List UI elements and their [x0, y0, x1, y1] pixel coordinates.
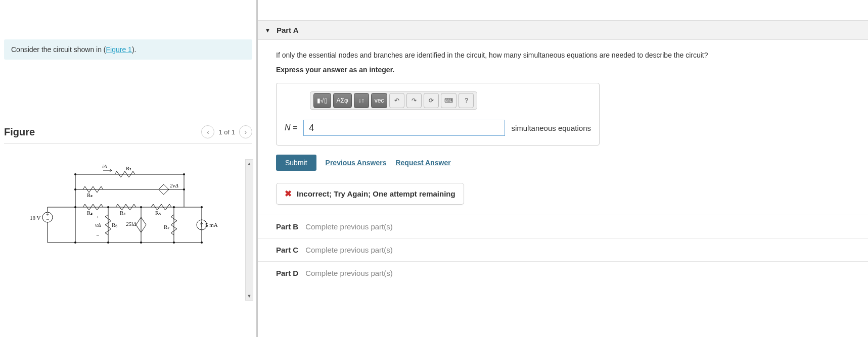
figure-scrollbar[interactable]: ▲ ▼ [245, 159, 253, 301]
answer-input[interactable] [303, 120, 505, 136]
feedback-text: Incorrect; Try Again; One attempt remain… [297, 189, 455, 198]
part-a-content: If only the essential nodes and branches… [258, 40, 868, 215]
previous-answers-link[interactable]: Previous Answers [326, 159, 387, 167]
svg-point-28 [173, 206, 175, 208]
part-d-label: Part D [276, 269, 298, 277]
figure-prev-button[interactable]: ‹ [201, 125, 214, 138]
submit-button[interactable]: Submit [276, 155, 316, 171]
label-vdelta: vΔ [95, 222, 101, 228]
part-d-row: Part D Complete previous part(s) [258, 261, 868, 284]
part-c-msg: Complete previous part(s) [305, 246, 393, 254]
answer-row: N = simultaneous equations [285, 120, 591, 136]
greek-button[interactable]: ΑΣφ [333, 93, 352, 108]
feedback-box: ✖ Incorrect; Try Again; One attempt rema… [276, 183, 464, 205]
svg-point-30 [74, 242, 76, 244]
part-a-header[interactable]: ▼ Part A [258, 20, 868, 40]
redo-button[interactable]: ↷ [406, 93, 422, 108]
figure-link[interactable]: Figure 1 [106, 45, 132, 54]
label-18v: 18 V [30, 215, 41, 221]
label-r3: R₃ [87, 210, 93, 216]
svg-point-34 [201, 242, 203, 244]
reset-button[interactable]: ⟳ [424, 93, 439, 108]
svg-point-22 [183, 173, 185, 175]
keyboard-button[interactable]: ⌨ [441, 93, 456, 108]
help-button[interactable]: ? [459, 93, 474, 108]
label-idelta: iΔ [102, 163, 107, 169]
svg-point-27 [140, 206, 142, 208]
part-b-label: Part B [276, 222, 298, 231]
part-c-label: Part C [276, 246, 298, 254]
label-cccs: 25iΔ [126, 221, 136, 227]
figure-title: Figure [4, 126, 35, 138]
incorrect-icon: ✖ [285, 188, 292, 199]
figure-next-button[interactable]: › [239, 125, 252, 138]
figure-nav: ‹ 1 of 1 › [201, 125, 252, 138]
circuit-diagram: 18 V 5 mA iΔ R₁ R₂ R₃ R₄ R₅ R₆ R₇ 2vΔ 25… [4, 159, 252, 255]
svg-point-25 [74, 206, 76, 208]
label-r7: R₇ [164, 224, 169, 230]
instruction-text: Express your answer as an integer. [276, 66, 850, 74]
request-answer-link[interactable]: Request Answer [395, 159, 450, 167]
answer-shell: ▮√▯ ΑΣφ ↓↑ vec ↶ ↷ ⟳ ⌨ ? N = simultaneou… [276, 83, 600, 146]
figure-header: Figure ‹ 1 of 1 › [4, 125, 252, 144]
label-r1: R₁ [126, 165, 131, 171]
svg-point-21 [74, 173, 76, 175]
answer-unit: simultaneous equations [511, 124, 591, 132]
label-r5: R₅ [155, 210, 161, 216]
scroll-down-icon[interactable]: ▼ [246, 292, 253, 300]
label-5ma: 5 mA [205, 222, 218, 228]
figure-counter: 1 of 1 [218, 128, 235, 136]
problem-prompt: Consider the circuit shown in (Figure 1)… [4, 39, 252, 60]
subsuper-button[interactable]: ↓↑ [354, 93, 369, 108]
part-d-msg: Complete previous part(s) [305, 269, 393, 277]
part-c-row: Part C Complete previous part(s) [258, 238, 868, 261]
svg-point-24 [183, 188, 185, 190]
part-b-msg: Complete previous part(s) [305, 222, 393, 231]
svg-text:−: − [46, 216, 49, 222]
part-b-row: Part B Complete previous part(s) [258, 215, 868, 238]
label-ccvs: 2vΔ [170, 182, 178, 188]
question-text: If only the essential nodes and branches… [276, 50, 850, 61]
collapse-icon: ▼ [265, 27, 270, 33]
action-row: Submit Previous Answers Request Answer [276, 155, 850, 171]
svg-point-31 [107, 242, 109, 244]
label-r4: R₄ [120, 210, 126, 216]
vec-button[interactable]: vec [371, 93, 388, 108]
svg-point-33 [173, 242, 175, 244]
equation-toolbar: ▮√▯ ΑΣφ ↓↑ vec ↶ ↷ ⟳ ⌨ ? [310, 91, 477, 110]
left-pane: Consider the circuit shown in (Figure 1)… [0, 0, 258, 337]
svg-text:+: + [96, 214, 99, 220]
svg-point-23 [74, 188, 76, 190]
part-a-label: Part A [277, 26, 299, 34]
svg-text:−: − [96, 232, 99, 238]
scroll-up-icon[interactable]: ▲ [246, 160, 253, 168]
right-pane: ▼ Part A If only the essential nodes and… [258, 0, 868, 337]
templates-button[interactable]: ▮√▯ [313, 93, 331, 108]
answer-var: N = [285, 123, 297, 132]
undo-button[interactable]: ↶ [389, 93, 404, 108]
label-r2: R₂ [87, 192, 93, 198]
svg-point-26 [107, 206, 109, 208]
svg-point-32 [140, 242, 142, 244]
figure-body: 18 V 5 mA iΔ R₁ R₂ R₃ R₄ R₅ R₆ R₇ 2vΔ 25… [4, 159, 252, 255]
svg-point-29 [201, 206, 203, 208]
prompt-suffix: ). [132, 45, 136, 54]
prompt-prefix: Consider the circuit shown in ( [11, 45, 106, 54]
label-r6: R₆ [112, 222, 118, 228]
